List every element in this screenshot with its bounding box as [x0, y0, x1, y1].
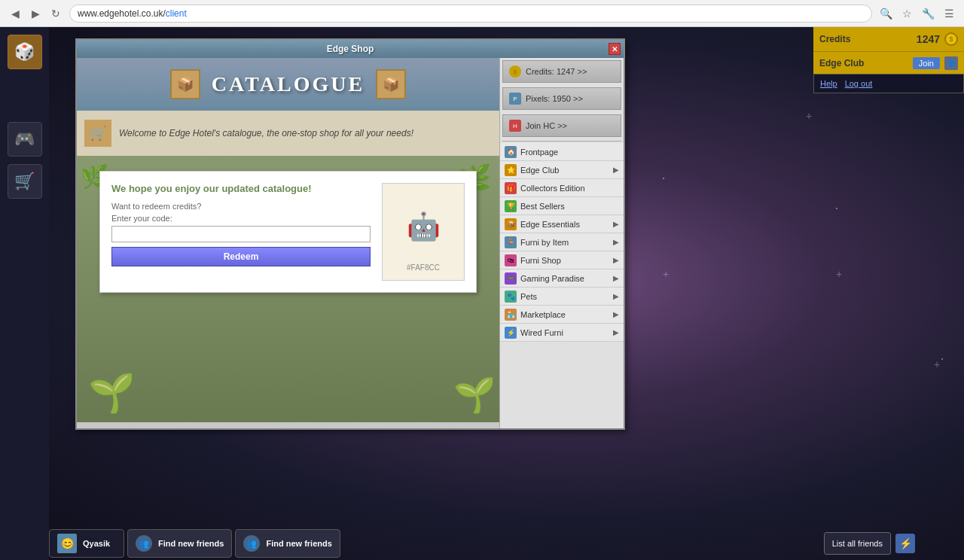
plus-marker: + — [663, 268, 669, 280]
browser-bar: ◀ ▶ ↻ www.edgehotel.co.uk/ client 🔍 ☆ 🔧 … — [0, 0, 964, 27]
menu-joinhc-button[interactable]: H Join HC >> — [502, 114, 621, 137]
code-input[interactable] — [111, 226, 371, 242]
item-preview: 🤖 #FAF8CC — [382, 183, 465, 281]
wired-arrow: ▶ — [613, 328, 619, 336]
essentials-arrow: ▶ — [613, 220, 619, 228]
top-right-panel: Credits 1247 $ Edge Club Join 👤 Help Log… — [813, 27, 964, 93]
pets-icon: 🐾 — [505, 291, 517, 303]
find-friends-label-2: Find new friends — [266, 539, 331, 548]
menu-item-furnibyitem[interactable]: 🪑 Furni by Item ▶ — [500, 233, 624, 251]
bestsellers-label: Best Sellers — [520, 202, 619, 211]
plant-decoration-br: 🌱 — [453, 375, 496, 415]
help-bar: Help Log out — [813, 74, 964, 93]
edge-club-label: Edge Club — [819, 58, 908, 68]
lightning-icon[interactable]: ⚡ — [895, 534, 915, 553]
plugin-button[interactable]: 🔧 — [919, 5, 937, 23]
find-friends-label-1: Find new friends — [158, 539, 224, 548]
credits-bar[interactable]: Credits 1247 $ — [813, 27, 964, 51]
zoom-button[interactable]: 🔍 — [877, 5, 895, 23]
robot-icon: 🤖 — [407, 211, 441, 242]
menu-item-edgeclub[interactable]: ⭐ Edge Club ▶ — [500, 161, 624, 179]
bestsellers-icon: 🏆 — [505, 200, 517, 212]
menu-item-furnishop[interactable]: 🛍 Furni Shop ▶ — [500, 251, 624, 269]
collectors-icon: 🎁 — [505, 182, 517, 194]
catalogue-body: 🛒 Welcome to Edge Hotel's catalogue, the… — [77, 111, 499, 156]
credits-label: Credits — [819, 34, 912, 44]
catalogue-panel: 📦 CATALOGUE 📦 🛒 Welcome to Edge Hotel's … — [77, 58, 499, 428]
menu-item-marketplace[interactable]: 🏪 Marketplace ▶ — [500, 306, 624, 324]
bookmark-button[interactable]: ☆ — [898, 5, 916, 23]
shop-titlebar: Edge Shop ✕ — [77, 40, 624, 58]
furnishop-icon: 🛍 — [505, 254, 517, 266]
frontpage-label: Frontpage — [520, 148, 619, 157]
gaming-label: Gaming Paradise — [520, 274, 609, 283]
menu-item-collectors[interactable]: 🎁 Collectors Edition — [500, 179, 624, 197]
menu-button[interactable]: ☰ — [940, 5, 958, 23]
menu-item-gaming[interactable]: 🎮 Gaming Paradise ▶ — [500, 269, 624, 288]
edge-club-bar[interactable]: Edge Club Join 👤 — [813, 51, 964, 74]
welcome-text: Welcome to Edge Hotel's catalogue, the o… — [119, 128, 413, 138]
edgeclub-label: Edge Club — [520, 166, 609, 175]
pixels-menu-icon: P — [509, 93, 521, 105]
shop-window: Edge Shop ✕ 📦 CATALOGUE 📦 🛒 Welcome to E… — [75, 38, 625, 430]
popup-text-area: We hope you enjoy our updated catalogue!… — [111, 183, 371, 266]
user-avatar: 😊 — [57, 534, 77, 553]
forward-button[interactable]: ▶ — [26, 5, 44, 23]
menu-item-essentials[interactable]: 📦 Edge Essentials ▶ — [500, 215, 624, 233]
address-bar[interactable]: www.edgehotel.co.uk/ client — [69, 5, 872, 23]
help-link[interactable]: Help — [820, 79, 837, 88]
edgeclub-icon: ⭐ — [505, 164, 517, 176]
menu-item-wired[interactable]: ⚡ Wired Furni ▶ — [500, 324, 624, 342]
back-button[interactable]: ◀ — [6, 5, 24, 23]
left-sidebar: 🎲 🎮 🛒 — [0, 27, 49, 560]
marketplace-arrow: ▶ — [613, 310, 619, 318]
join-button[interactable]: Join — [913, 57, 940, 69]
url-highlight: client — [166, 8, 187, 19]
furnishop-arrow: ▶ — [613, 256, 619, 264]
catalogue-popup: We hope you enjoy our updated catalogue!… — [99, 171, 477, 293]
joinhc-menu-label: Join HC >> — [526, 121, 567, 130]
menu-item-pets[interactable]: 🐾 Pets ▶ — [500, 288, 624, 306]
logout-link[interactable]: Log out — [845, 79, 873, 88]
menu-credits-button[interactable]: $ Credits: 1247 >> — [502, 60, 621, 83]
furnibyitem-label: Furni by Item — [520, 238, 609, 247]
sidebar-icon-home[interactable]: 🎲 — [8, 35, 42, 69]
star-particle — [836, 208, 837, 209]
menu-divider — [502, 141, 621, 142]
plus-marker: + — [934, 358, 940, 370]
menu-item-bestsellers[interactable]: 🏆 Best Sellers — [500, 197, 624, 215]
browser-tools: 🔍 ☆ 🔧 ☰ — [877, 5, 958, 23]
menu-pixels-button[interactable]: P Pixels: 1950 >> — [502, 87, 621, 110]
plus-marker: + — [836, 268, 842, 280]
star-particle — [941, 358, 943, 360]
essentials-label: Edge Essentials — [520, 220, 609, 229]
friend-icon-1: 👥 — [136, 535, 152, 552]
catalogue-icon-left: 📦 — [170, 69, 200, 99]
taskbar-find-friends-1[interactable]: 👥 Find new friends — [127, 529, 232, 558]
reload-button[interactable]: ↻ — [47, 5, 65, 23]
shop-close-button[interactable]: ✕ — [609, 43, 621, 55]
menu-item-frontpage[interactable]: 🏠 Frontpage — [500, 143, 624, 161]
url-base: www.edgehotel.co.uk/ — [78, 8, 166, 19]
taskbar-user-item[interactable]: 😊 Qyasik — [49, 529, 124, 558]
catalogue-header: 📦 CATALOGUE 📦 — [77, 58, 499, 111]
furnishop-label: Furni Shop — [520, 256, 609, 265]
pixels-menu-label: Pixels: 1950 >> — [526, 94, 583, 103]
marketplace-icon: 🏪 — [505, 309, 517, 321]
catalogue-main: 🌿 🌱 🌿 🌱 We hope you enjoy our updated ca… — [77, 156, 499, 422]
item-image: 🤖 — [389, 193, 457, 260]
pets-arrow: ▶ — [613, 292, 619, 300]
nav-buttons: ◀ ▶ ↻ — [6, 5, 65, 23]
collectors-label: Collectors Edition — [520, 184, 619, 193]
redeem-button[interactable]: Redeem — [111, 247, 371, 266]
credits-menu-label: Credits: 1247 >> — [526, 67, 587, 76]
furnibyitem-arrow: ▶ — [613, 238, 619, 246]
list-all-button[interactable]: List all friends — [824, 532, 891, 555]
popup-heading: We hope you enjoy our updated catalogue! — [111, 183, 371, 196]
sidebar-icon-gamepad[interactable]: 🎮 — [8, 122, 42, 157]
gaming-arrow: ▶ — [613, 274, 619, 282]
taskbar-find-friends-2[interactable]: 👥 Find new friends — [235, 529, 340, 558]
sidebar-icon-shop[interactable]: 🛒 — [8, 164, 42, 199]
gaming-icon: 🎮 — [505, 272, 517, 285]
edge-club-icon: 👤 — [944, 56, 958, 70]
